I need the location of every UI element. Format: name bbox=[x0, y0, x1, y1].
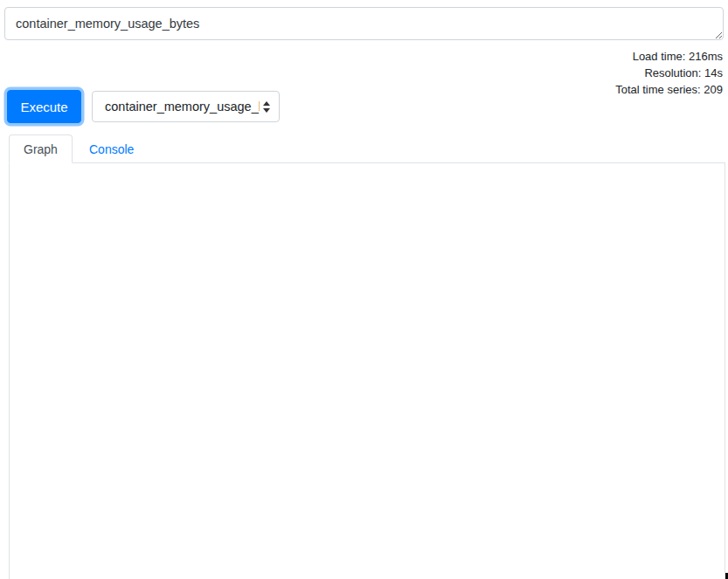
metric-select-value: container_memory_usage_bytes bbox=[105, 100, 260, 114]
metric-select[interactable]: container_memory_usage_bytes bbox=[92, 91, 280, 122]
prometheus-expression-browser: { "query": { "value": "container_memory_… bbox=[0, 0, 728, 579]
resolution: Resolution: 14s bbox=[615, 65, 723, 81]
select-updown-icon bbox=[263, 101, 270, 113]
tab-graph[interactable]: Graph bbox=[9, 134, 73, 163]
expression-input[interactable]: container_memory_usage_bytes bbox=[4, 7, 724, 40]
total-time-series: Total time series: 209 bbox=[615, 81, 723, 98]
tab-console[interactable]: Console bbox=[75, 134, 148, 163]
load-time: Load time: 216ms bbox=[615, 48, 723, 65]
tab-graph-label: Graph bbox=[24, 142, 58, 156]
execute-button[interactable]: Execute bbox=[7, 90, 81, 123]
query-stats: Load time: 216ms Resolution: 14s Total t… bbox=[615, 48, 723, 98]
graph-panel bbox=[9, 162, 725, 579]
tab-console-label: Console bbox=[89, 142, 134, 156]
